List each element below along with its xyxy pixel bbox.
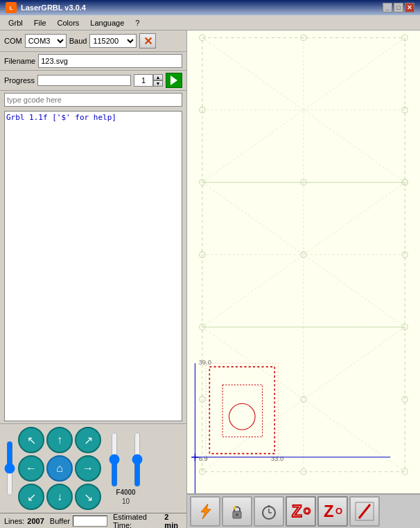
timer-button[interactable] <box>254 496 284 527</box>
jog-w-button[interactable]: ← <box>18 455 44 482</box>
step-label: 10 <box>122 498 130 505</box>
spinner-up[interactable]: ▲ <box>153 74 163 80</box>
left-panel: COM COM3 COM1 COM2 COM4 Baud 115200 9600… <box>0 30 187 528</box>
lines-value: 2007 <box>27 517 44 525</box>
svg-text:Z: Z <box>324 502 334 520</box>
jog-grid: ↖ ↑ ↗ ← ⌂ → ↙ ↓ ↘ <box>18 427 101 510</box>
spinner-buttons: ▲ ▼ <box>153 74 163 87</box>
jog-e-button[interactable]: → <box>75 455 101 482</box>
progress-num: ▲ ▼ <box>134 74 163 87</box>
right-slider-1[interactable] <box>104 432 125 487</box>
jog-se-button[interactable]: ↘ <box>75 484 101 510</box>
diagonal-icon <box>355 502 374 521</box>
timer-icon <box>259 502 279 521</box>
sliders-row <box>104 432 148 487</box>
console-area[interactable]: Grbl 1.1f ['$' for help] <box>4 111 182 421</box>
gcode-input[interactable] <box>4 93 182 107</box>
com-label: COM <box>4 37 22 45</box>
z-filled-button[interactable]: Z O <box>317 496 348 527</box>
app-title: LaserGRBL v3.0.4 <box>21 3 86 12</box>
left-slider-container <box>4 427 15 510</box>
spinner-down[interactable]: ▼ <box>153 80 163 87</box>
svg-line-59 <box>359 504 370 518</box>
bottom-toolbar: ⚡ Z O <box>187 493 420 528</box>
progress-row: Progress ▲ ▼ <box>0 71 186 91</box>
menu-colors[interactable]: Colors <box>52 17 85 28</box>
svg-marker-46 <box>201 504 211 519</box>
time-label: Estimated Time: <box>113 513 161 529</box>
right-slider-2[interactable] <box>127 432 148 487</box>
laser-fire-button[interactable] <box>190 496 220 527</box>
left-vertical-slider[interactable] <box>4 441 15 496</box>
disconnect-button[interactable]: ✕ <box>139 33 156 49</box>
jog-nw-button[interactable]: ↖ <box>18 427 44 453</box>
console-line: Grbl 1.1f ['$' for help] <box>6 113 180 122</box>
jog-container: ↖ ↑ ↗ ← ⌂ → ↙ ↓ ↘ F4000 <box>4 427 182 510</box>
window-controls: _ □ ✕ <box>383 3 414 12</box>
jog-s-button[interactable]: ↓ <box>46 484 73 510</box>
svg-text:O: O <box>304 506 310 516</box>
diagonal-button[interactable] <box>349 496 380 527</box>
buffer-label: Buffer <box>50 517 70 525</box>
lines-section: Lines: 2007 <box>4 517 44 525</box>
time-section: Estimated Time: 2 min <box>113 513 182 529</box>
jog-sw-button[interactable]: ↙ <box>18 484 44 510</box>
controls-panel: ↖ ↑ ↗ ← ⌂ → ↙ ↓ ↘ F4000 <box>0 423 186 513</box>
iterations-input[interactable] <box>134 74 153 87</box>
baud-select[interactable]: 115200 9600 19200 38400 57600 <box>89 34 137 48</box>
app-icon: L <box>6 2 17 13</box>
lightning-icon <box>195 502 215 521</box>
buffer-section: Buffer <box>50 516 107 527</box>
menu-bar: Grbl File Colors Language ? <box>0 15 420 30</box>
close-button[interactable]: ✕ <box>405 3 414 12</box>
menu-help[interactable]: ? <box>130 17 145 28</box>
run-button[interactable] <box>166 73 182 88</box>
laser-canvas: 39.0 6.9 33.0 <box>187 30 420 493</box>
svg-text:6.9: 6.9 <box>199 455 208 462</box>
z-outline-button[interactable]: Z O <box>286 496 316 527</box>
buffer-input[interactable] <box>73 516 107 527</box>
title-bar: L LaserGRBL v3.0.4 _ □ ✕ <box>0 0 420 15</box>
z-filled-icon: Z O <box>322 500 344 522</box>
progress-bar-container <box>37 75 131 86</box>
run-icon <box>170 76 177 85</box>
canvas-area: 39.0 6.9 33.0 <box>187 30 420 493</box>
file-row: Filename <box>0 52 186 71</box>
menu-file[interactable]: File <box>28 17 52 28</box>
lines-label: Lines: <box>4 517 24 525</box>
right-panel: 39.0 6.9 33.0 <box>187 30 420 528</box>
jog-home-button[interactable]: ⌂ <box>46 455 73 482</box>
connection-row: COM COM3 COM1 COM2 COM4 Baud 115200 9600… <box>0 30 186 52</box>
z-outline-icon: Z O <box>290 500 312 522</box>
com-port-select[interactable]: COM3 COM1 COM2 COM4 <box>25 34 67 48</box>
status-bar: Lines: 2007 Buffer Estimated Time: 2 min <box>0 513 186 528</box>
right-sliders-container: F4000 10 <box>104 432 148 505</box>
baud-label: Baud <box>69 37 87 45</box>
jog-ne-button[interactable]: ↗ <box>75 427 101 453</box>
svg-text:33.0: 33.0 <box>271 455 283 462</box>
minimize-button[interactable]: _ <box>383 3 392 12</box>
menu-grbl[interactable]: Grbl <box>3 17 28 28</box>
maximize-button[interactable]: □ <box>394 3 403 12</box>
svg-text:O: O <box>335 506 342 516</box>
feed-label: F4000 <box>116 489 135 496</box>
menu-language[interactable]: Language <box>85 17 130 28</box>
svg-point-48 <box>236 513 238 516</box>
svg-text:39.0: 39.0 <box>199 358 211 366</box>
filename-input[interactable] <box>38 54 182 68</box>
svg-text:⚡: ⚡ <box>231 504 238 511</box>
svg-text:Z: Z <box>292 502 302 520</box>
lock-icon: ⚡ <box>227 502 247 521</box>
progress-label: Progress <box>4 76 35 85</box>
filename-label: Filename <box>4 57 35 65</box>
main-layout: COM COM3 COM1 COM2 COM4 Baud 115200 9600… <box>0 30 420 528</box>
time-value: 2 min <box>164 513 182 529</box>
jog-n-button[interactable]: ↑ <box>46 427 73 453</box>
lock-laser-button[interactable]: ⚡ <box>222 496 252 527</box>
